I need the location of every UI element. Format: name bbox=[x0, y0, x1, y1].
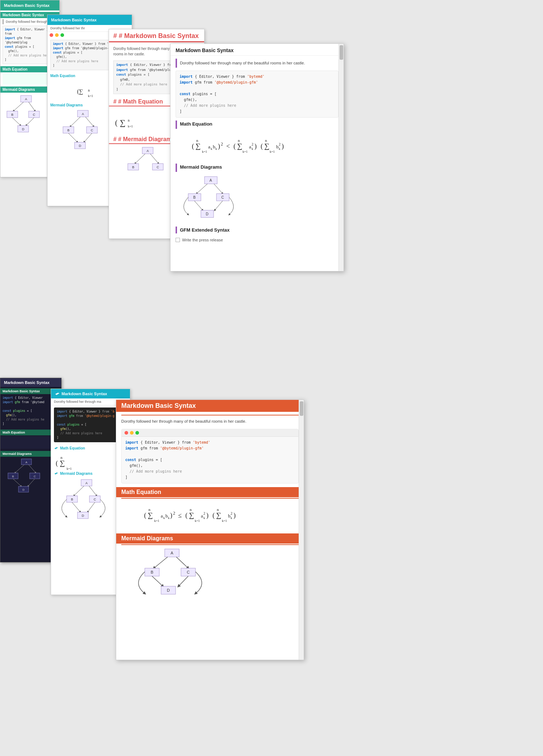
svg-text:2: 2 bbox=[252, 142, 253, 146]
svg-text:): ) bbox=[233, 512, 236, 519]
svg-text:k: k bbox=[168, 516, 170, 520]
svg-text:∑: ∑ bbox=[148, 511, 153, 519]
bwin1-mermaid-diagram: A B C D bbox=[3, 457, 55, 494]
svg-line-102 bbox=[72, 502, 80, 512]
svg-text:(: ( bbox=[212, 512, 215, 519]
svg-text:2: 2 bbox=[173, 511, 175, 516]
bwin3-code: import { Editor, Viewer } from 'bytemd' … bbox=[122, 437, 298, 483]
win1-title: Markdown Basic Syntax bbox=[4, 3, 50, 8]
svg-line-75 bbox=[215, 201, 223, 210]
svg-line-80 bbox=[15, 465, 24, 473]
svg-text:(: ( bbox=[56, 460, 58, 467]
svg-line-3 bbox=[29, 102, 35, 111]
svg-text:C: C bbox=[221, 195, 224, 199]
svg-line-23 bbox=[68, 133, 77, 142]
svg-line-81 bbox=[29, 465, 36, 473]
svg-text:∑: ∑ bbox=[120, 118, 126, 127]
win4-math-block: Math Equation bbox=[176, 121, 338, 129]
win4-math-title: Math Equation bbox=[180, 121, 336, 127]
win4-intro: Dorothy followed her through many of the… bbox=[180, 60, 336, 66]
svg-text:2: 2 bbox=[203, 511, 205, 515]
svg-text:): ) bbox=[282, 143, 284, 150]
bwin3-dot-green bbox=[135, 431, 139, 435]
svg-text:A: A bbox=[25, 97, 27, 101]
svg-line-24 bbox=[84, 133, 92, 142]
svg-text:C: C bbox=[91, 128, 93, 132]
bwin3-mermaid-diagram: A B C D bbox=[121, 547, 230, 605]
bwin3-mermaid-heading: Mermaid Diagrams bbox=[116, 533, 304, 544]
win2-math-svg: (∑ n k=1 bbox=[75, 81, 104, 99]
svg-text:): ) bbox=[170, 512, 172, 519]
svg-text:D: D bbox=[79, 144, 81, 148]
svg-text:D: D bbox=[22, 127, 25, 131]
win4-intro-block: Dorothy followed her through many of the… bbox=[176, 59, 338, 68]
win4-scrollbar[interactable] bbox=[338, 44, 344, 271]
svg-text:k=1: k=1 bbox=[154, 519, 159, 523]
bwin3-dot-red bbox=[125, 431, 128, 435]
win4-gfm-block: GFM Extended Syntax bbox=[176, 227, 338, 233]
svg-text:): ) bbox=[206, 512, 209, 519]
svg-text:D: D bbox=[206, 212, 208, 216]
svg-text:2: 2 bbox=[231, 511, 232, 515]
checkbox-box[interactable] bbox=[176, 238, 180, 242]
bwin3-math-svg: ( n ∑ k=1 a k b k ) 2 ≤ ( n ∑ k=1 a 2 k … bbox=[141, 504, 279, 525]
svg-text:(∑: (∑ bbox=[77, 88, 83, 95]
checkbox-label: Write the press release bbox=[182, 238, 223, 242]
svg-text:k=1: k=1 bbox=[195, 519, 200, 523]
svg-line-68 bbox=[197, 184, 207, 194]
bwin3-heading: Markdown Basic Syntax bbox=[116, 400, 304, 412]
svg-text:b: b bbox=[213, 144, 215, 149]
bwin2-mermaid-diagram: A B C D bbox=[54, 478, 121, 527]
svg-text:A: A bbox=[210, 178, 212, 182]
win4-math-svg: ( n ∑ k=1 a k b k ) 2 < ( n ∑ k=1 a 2 k … bbox=[188, 135, 326, 156]
svg-text:k: k bbox=[231, 516, 232, 520]
svg-text:D: D bbox=[167, 588, 170, 592]
bwin2-math-svg: ( n ∑ k=1 bbox=[54, 452, 87, 470]
svg-line-97 bbox=[89, 486, 97, 496]
win4-mermaid-title: Mermaid Diagrams bbox=[180, 164, 336, 170]
svg-text:B: B bbox=[193, 195, 196, 199]
svg-text:∑: ∑ bbox=[216, 511, 221, 519]
svg-line-141 bbox=[152, 576, 163, 586]
svg-text:A: A bbox=[171, 551, 173, 555]
win2-titlebar: Markdown Basic Syntax bbox=[47, 15, 132, 25]
svg-line-96 bbox=[74, 486, 84, 496]
svg-text:C: C bbox=[187, 570, 190, 574]
svg-line-87 bbox=[28, 479, 35, 486]
svg-text:a: a bbox=[208, 144, 210, 149]
svg-text:C: C bbox=[157, 165, 159, 169]
svg-text:C: C bbox=[33, 113, 35, 117]
win1-titlebar: Markdown Basic Syntax bbox=[0, 0, 59, 10]
svg-line-86 bbox=[13, 479, 21, 486]
svg-text:∑: ∑ bbox=[189, 511, 194, 519]
svg-text:(: ( bbox=[185, 512, 188, 519]
svg-line-69 bbox=[214, 184, 223, 194]
svg-text:2: 2 bbox=[221, 142, 223, 147]
svg-text:a: a bbox=[249, 144, 251, 149]
svg-text:k: k bbox=[215, 147, 217, 151]
svg-text:n: n bbox=[88, 88, 90, 92]
svg-text:≤: ≤ bbox=[178, 512, 182, 519]
bwin2-math-gear-icon bbox=[54, 446, 58, 450]
bwin3-math-heading: Math Equation bbox=[116, 487, 304, 497]
svg-text:∑: ∑ bbox=[237, 142, 242, 150]
svg-text:∑: ∑ bbox=[264, 142, 269, 150]
svg-line-17 bbox=[70, 117, 80, 127]
svg-text:k: k bbox=[163, 516, 165, 520]
svg-text:k=1: k=1 bbox=[270, 150, 275, 153]
svg-text:C: C bbox=[94, 498, 96, 501]
svg-text:B: B bbox=[71, 498, 73, 501]
window-4-top: Markdown Basic Syntax Dorothy followed h… bbox=[170, 43, 344, 271]
win1-mermaid-diagram: A B C D bbox=[3, 94, 53, 134]
bwin3-scrollthumb[interactable] bbox=[300, 401, 303, 416]
bwin3-math-formula: ( n ∑ k=1 a k b k ) 2 ≤ ( n ∑ k=1 a 2 k … bbox=[116, 501, 304, 530]
svg-text:A: A bbox=[85, 481, 88, 485]
bwin3-scrollbar[interactable] bbox=[299, 400, 304, 660]
win4-scrollthumb[interactable] bbox=[340, 45, 343, 60]
svg-text:A: A bbox=[82, 112, 84, 116]
svg-text:k=1: k=1 bbox=[222, 519, 227, 523]
dot-yellow bbox=[55, 33, 59, 37]
svg-line-34 bbox=[150, 154, 159, 164]
svg-text:n: n bbox=[128, 118, 130, 122]
svg-text:A: A bbox=[25, 461, 28, 464]
